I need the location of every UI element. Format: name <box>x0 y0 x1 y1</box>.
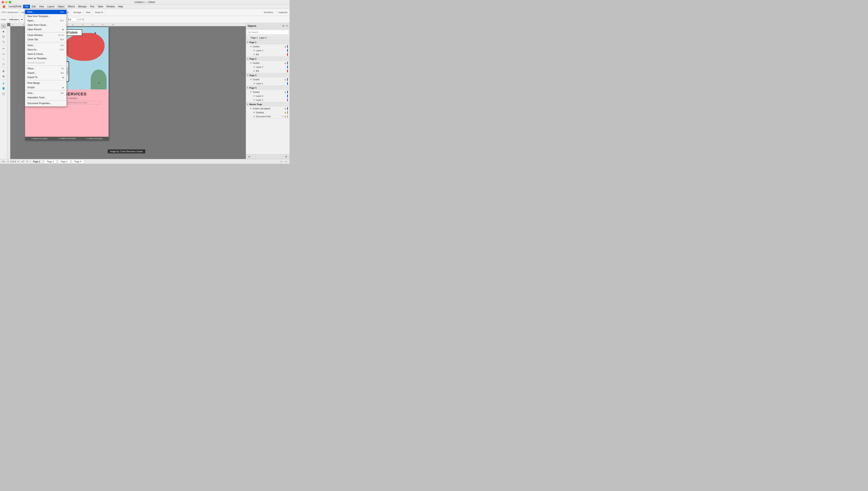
menu-open-label: Open... <box>27 19 35 22</box>
menu-new-template-label: New from Template... <box>27 15 50 18</box>
menu-print-label: Print... <box>27 92 34 94</box>
menu-new[interactable]: New... ⌘N <box>25 10 66 14</box>
menu-save-as-label: Save As... <box>27 48 38 51</box>
menu-export-shortcut: ⌘E <box>60 72 64 74</box>
menu-imposition[interactable]: Imposition Tools... <box>25 95 66 100</box>
menu-place-label: Place... <box>27 67 35 70</box>
open-recent-arrow: ▶ <box>62 28 64 31</box>
menu-save-cloud-label: Save to Cloud... <box>27 53 44 55</box>
menu-open-shortcut: ⌘O <box>60 20 64 22</box>
menu-imposition-label: Imposition Tools... <box>27 96 47 99</box>
menu-new-template[interactable]: New from Template... <box>25 14 66 19</box>
menu-save-shortcut: ⌘S <box>60 44 64 47</box>
menu-scripts-label: Scripts <box>27 86 35 89</box>
menu-export-to-label: Export To <box>27 76 37 79</box>
menu-open[interactable]: Open... ⌘O <box>25 19 66 23</box>
menu-new-shortcut: ⌘N <box>60 11 64 13</box>
separator-3 <box>25 65 66 66</box>
menu-print[interactable]: Print... ⌘P <box>25 91 66 95</box>
menu-place-shortcut: ⌘I <box>61 67 64 70</box>
menu-close-window-shortcut: ⌘⇧W <box>58 34 64 36</box>
menu-save-as-shortcut: ⇧⌘S <box>59 49 64 51</box>
separator-4 <box>25 80 66 80</box>
menu-save-template[interactable]: Save as Template... <box>25 56 66 61</box>
menu-print-shortcut: ⌘P <box>60 92 64 94</box>
menu-new-label: New... <box>27 10 34 13</box>
menu-close-tab[interactable]: Close Tab ⌘W <box>25 37 66 42</box>
menu-close-tab-label: Close Tab <box>27 38 38 41</box>
menu-export-to[interactable]: Export To ▶ <box>25 75 66 80</box>
menu-open-recent-label: Open Recent <box>27 28 42 31</box>
menu-save-cloud[interactable]: Save to Cloud... <box>25 52 66 56</box>
menu-close-tab-shortcut: ⌘W <box>60 38 64 41</box>
separator-1 <box>25 32 66 32</box>
menu-revert: Revert to Saved <box>25 61 66 65</box>
menu-export[interactable]: Export... ⌘E <box>25 71 66 75</box>
menu-export-label: Export... <box>27 71 36 74</box>
export-to-arrow: ▶ <box>62 76 64 79</box>
menu-close-window-label: Close Window <box>27 34 43 36</box>
menu-save[interactable]: Save... ⌘S <box>25 43 66 48</box>
menu-save-as[interactable]: Save As... ⇧⌘S <box>25 48 66 52</box>
menu-close-window[interactable]: Close Window ⌘⇧W <box>25 33 66 37</box>
scripts-arrow: ▶ <box>62 86 64 89</box>
menu-open-cloud-label: Open from Cloud... <box>27 24 48 26</box>
menu-doc-props[interactable]: Document Properties... <box>25 101 66 106</box>
menu-print-merge[interactable]: Print Merge <box>25 81 66 85</box>
menu-open-cloud[interactable]: Open from Cloud... <box>25 23 66 27</box>
menu-save-template-label: Save as Template... <box>27 57 48 60</box>
menu-revert-label: Revert to Saved <box>27 61 45 64</box>
menu-open-recent[interactable]: Open Recent ▶ <box>25 27 66 32</box>
menu-scripts[interactable]: Scripts ▶ <box>25 85 66 90</box>
menu-save-label: Save... <box>27 44 35 47</box>
file-dropdown-menu: New... ⌘N New from Template... Open... ⌘… <box>25 9 66 107</box>
menu-doc-props-label: Document Properties... <box>27 102 52 105</box>
menu-place[interactable]: Place... ⌘I <box>25 66 66 71</box>
menu-print-merge-label: Print Merge <box>27 82 40 84</box>
